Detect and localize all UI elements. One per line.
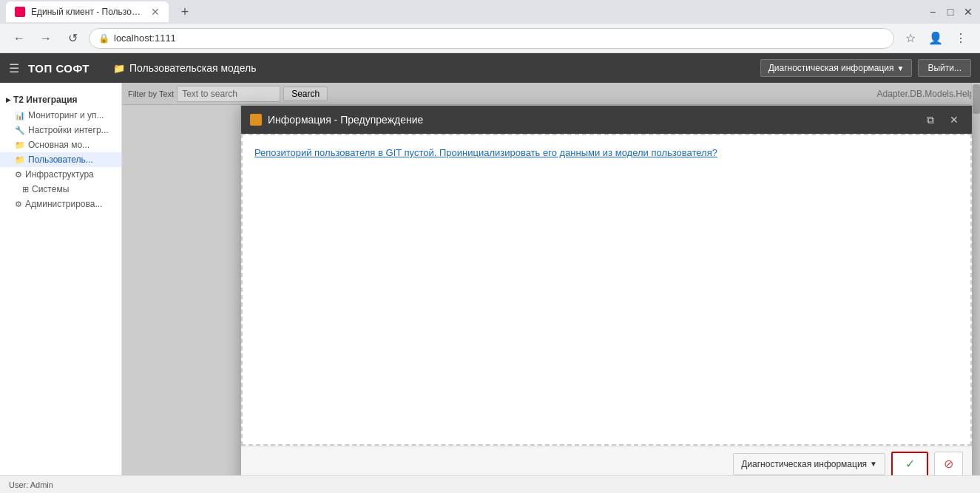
warning-icon [250,114,262,126]
sidebar: ▸ Т2 Интеграция 📊 Мониторинг и уп... 🔧 Н… [0,83,122,475]
tab-close-icon[interactable]: ✕ [151,6,160,18]
sidebar-section-t2: ▸ Т2 Интеграция 📊 Мониторинг и уп... 🔧 Н… [0,89,121,214]
diag-dropdown-button[interactable]: Диагностическая информация ▼ [760,59,913,77]
lock-icon: 🔒 [98,33,109,44]
sidebar-section-title: ▸ Т2 Интеграция [0,92,121,108]
status-bar: User: Admin [0,475,980,493]
forward-button[interactable]: → [36,28,56,49]
tab-favicon [15,7,25,17]
modal-body: Репозиторий пользователя в GIT пустой. П… [241,134,972,446]
sidebar-item-monitoring[interactable]: 📊 Мониторинг и уп... [0,108,121,123]
chevron-down-icon: ▼ [897,64,905,72]
browser-tab[interactable]: Единый клиент - Пользователъ... ✕ [6,1,169,22]
topbar-right: Диагностическая информация ▼ Выйти... [760,59,971,77]
modal-title: Информация - Предупреждение [268,114,916,126]
sidebar-item-admin[interactable]: ⚙ Администрирова... [0,197,121,211]
systems-icon: ⊞ [22,185,29,194]
admin-icon: ⚙ [15,200,22,209]
bookmark-icon[interactable]: ☆ [900,28,921,49]
app-brand: ТОП СОФТ [28,62,89,75]
title-bar-left: Единый клиент - Пользователъ... ✕ + [6,1,195,22]
modal-overlay: Информация - Предупреждение ⧉ ✕ Репозито… [122,83,980,475]
footer-diag-dropdown[interactable]: Диагностическая информация ▼ [733,453,885,475]
hamburger-icon[interactable]: ☰ [9,61,19,75]
monitoring-icon: 📊 [15,111,25,120]
app-main: ▸ Т2 Интеграция 📊 Мониторинг и уп... 🔧 Н… [0,83,980,475]
confirm-button[interactable]: ✓ [891,452,928,476]
folder-icon-main: 📁 [15,140,25,150]
address-bar[interactable]: 🔒 localhost:1111 [89,28,894,49]
footer-chevron-down-icon: ▼ [870,460,877,468]
refresh-button[interactable]: ↺ [62,28,83,49]
app-topbar: ☰ ТОП СОФТ 📁 Пользовательская модель Диа… [0,53,980,83]
maximize-button[interactable]: □ [944,6,956,18]
close-button[interactable]: ✕ [962,6,974,18]
sidebar-item-main-model[interactable]: 📁 Основная мо... [0,137,121,152]
modal-restore-button[interactable]: ⧉ [922,111,939,129]
minimize-button[interactable]: − [927,6,939,18]
nav-right-icons: ☆ 👤 ⋮ [900,28,971,49]
check-mark-icon: ✓ [905,457,915,471]
logout-button[interactable]: Выйти... [918,59,971,77]
url-text: localhost:1111 [114,33,885,44]
content-area: Filter by Text Search Adapter.DB.Models.… [122,83,980,475]
modal-message-text[interactable]: Репозиторий пользователя в GIT пустой. П… [254,147,717,158]
page-title: Пользовательская модель [129,62,257,74]
topbar-center: 📁 Пользовательская модель [98,62,751,74]
settings-icon: 🔧 [15,126,25,135]
modal-footer: Диагностическая информация ▼ ✓ ⊘ [241,446,972,475]
browser-menu-icon[interactable]: ⋮ [950,28,971,49]
modal-close-button[interactable]: ✕ [945,111,963,129]
folder-icon: 📁 [113,63,125,74]
section-expand-icon: ▸ [6,95,10,105]
browser-frame: Единый клиент - Пользователъ... ✕ + − □ … [0,0,980,493]
cancel-button[interactable]: ⊘ [934,452,963,476]
user-status: User: Admin [9,480,53,489]
tab-title: Единый клиент - Пользователъ... [31,7,145,17]
footer-diag-label: Диагностическая информация [741,459,867,469]
sidebar-item-settings[interactable]: 🔧 Настройки интегр... [0,123,121,137]
folder-icon-user: 📁 [15,155,25,165]
profile-icon[interactable]: 👤 [925,28,946,49]
back-button[interactable]: ← [9,28,30,49]
cancel-mark-icon: ⊘ [944,457,953,471]
title-bar-controls: − □ ✕ [927,6,974,18]
app-content: ☰ ТОП СОФТ 📁 Пользовательская модель Диа… [0,53,980,493]
modal-dialog: Информация - Предупреждение ⧉ ✕ Репозито… [240,105,973,475]
diag-dropdown-label: Диагностическая информация [768,63,894,73]
sidebar-item-infrastructure[interactable]: ⚙ Инфраструктура [0,167,121,182]
new-tab-button[interactable]: + [175,1,195,22]
sidebar-item-user-model[interactable]: 📁 Пользователь... [0,152,121,167]
modal-header: Информация - Предупреждение ⧉ ✕ [241,106,972,134]
infra-icon: ⚙ [15,170,22,180]
nav-bar: ← → ↺ 🔒 localhost:1111 ☆ 👤 ⋮ [0,24,980,53]
sidebar-item-systems[interactable]: ⊞ Системы [0,182,121,197]
title-bar: Единый клиент - Пользователъ... ✕ + − □ … [0,0,980,24]
